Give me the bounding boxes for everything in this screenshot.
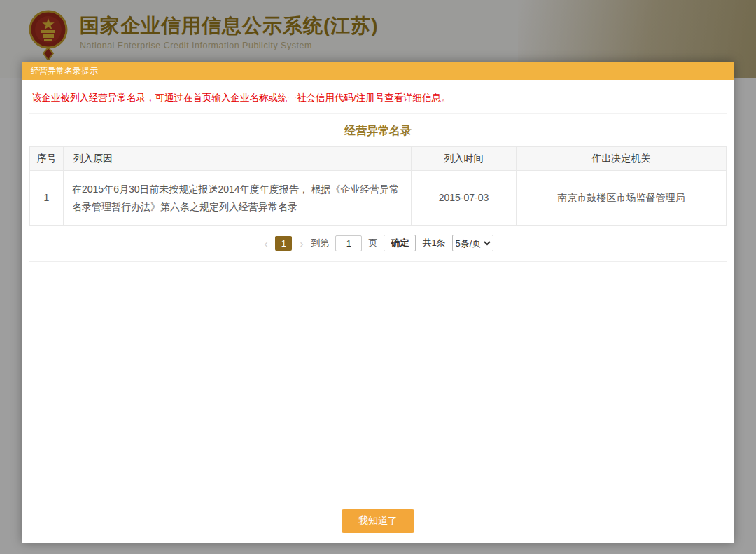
col-header-date: 列入时间 <box>412 147 517 171</box>
goto-label: 到第 <box>311 237 329 249</box>
section-title: 经营异常名录 <box>29 124 727 139</box>
page-size-select[interactable]: 5条/页 <box>452 235 493 251</box>
table-header-row: 序号 列入原因 列入时间 作出决定机关 <box>30 147 727 171</box>
abnormal-list-modal: 经营异常名录提示 该企业被列入经营异常名录，可通过在首页输入企业名称或统一社会信… <box>22 62 734 543</box>
page-number-input[interactable] <box>335 235 362 251</box>
cell-date: 2015-07-03 <box>412 171 517 226</box>
acknowledge-button[interactable]: 我知道了 <box>342 509 414 533</box>
notice-text: 该企业被列入经营异常名录，可通过在首页输入企业名称或统一社会信用代码/注册号查看… <box>29 80 727 114</box>
total-count-label: 共1条 <box>422 237 445 249</box>
current-page-button[interactable]: 1 <box>275 236 292 251</box>
col-header-index: 序号 <box>30 147 64 171</box>
prev-page-button[interactable]: ‹ <box>262 237 269 249</box>
abnormal-table: 序号 列入原因 列入时间 作出决定机关 1 在2015年6月30日前未按规定报送… <box>29 146 727 226</box>
modal-body: 该企业被列入经营异常名录，可通过在首页输入企业名称或统一社会信用代码/注册号查看… <box>22 80 734 543</box>
col-header-authority: 作出决定机关 <box>517 147 727 171</box>
table-row: 1 在2015年6月30日前未按规定报送2014年度年度报告， 根据《企业经营异… <box>30 171 727 226</box>
goto-confirm-button[interactable]: 确定 <box>384 235 416 251</box>
cell-authority: 南京市鼓楼区市场监督管理局 <box>517 171 727 226</box>
modal-footer: 我知道了 <box>22 509 734 533</box>
modal-title: 经营异常名录提示 <box>31 66 98 76</box>
col-header-reason: 列入原因 <box>64 147 412 171</box>
page: 国家企业信用信息公示系统(江苏) National Enterprise Cre… <box>0 0 756 554</box>
cell-reason: 在2015年6月30日前未按规定报送2014年度年度报告， 根据《企业经营异常名… <box>64 171 412 226</box>
page-unit-label: 页 <box>368 237 377 249</box>
pagination: ‹ 1 › 到第 页 确定 共1条 5条/页 <box>29 226 727 262</box>
next-page-button[interactable]: › <box>298 237 304 249</box>
cell-index: 1 <box>30 171 64 226</box>
modal-titlebar: 经营异常名录提示 <box>22 62 734 80</box>
